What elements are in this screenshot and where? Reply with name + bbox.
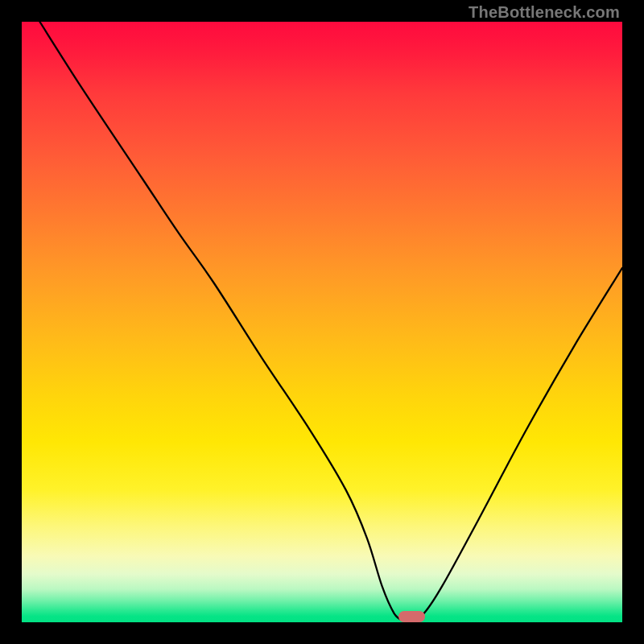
watermark-text: TheBottleneck.com: [469, 3, 620, 22]
optimal-marker: [398, 611, 425, 622]
bottleneck-curve: [22, 22, 622, 622]
chart-frame: TheBottleneck.com: [0, 0, 644, 644]
plot-area: [22, 22, 622, 622]
